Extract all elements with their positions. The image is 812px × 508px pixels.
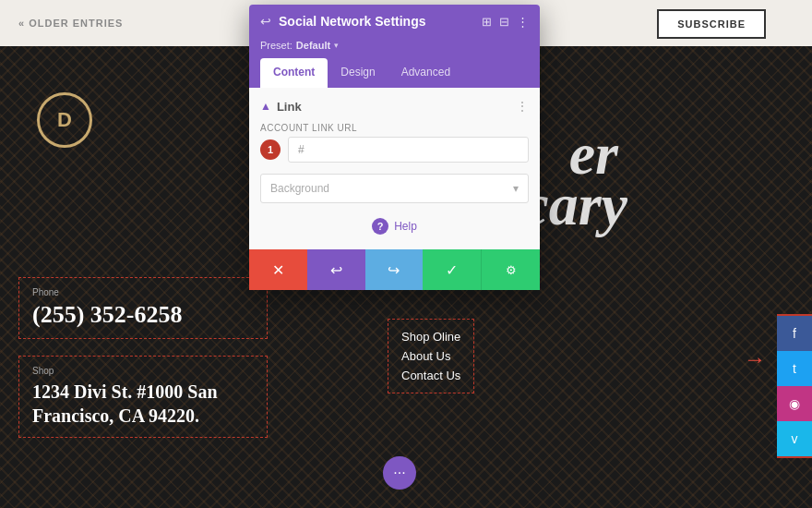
shop-address: 1234 Divi St. #1000 San Francisco, CA 94… bbox=[32, 380, 254, 428]
back-icon[interactable]: ↩ bbox=[260, 14, 271, 29]
divi-logo: D bbox=[37, 92, 92, 148]
link-section-header: ▲ Link ⋮ bbox=[260, 99, 529, 114]
facebook-icon[interactable]: f bbox=[777, 316, 812, 351]
tab-advanced[interactable]: Advanced bbox=[388, 58, 463, 88]
cancel-button[interactable]: ✕ bbox=[249, 249, 307, 290]
social-network-settings-modal: ↩ Social Network Settings ⊞ ⊟ ⋮ Preset: … bbox=[249, 5, 540, 290]
preset-chevron-icon[interactable]: ▾ bbox=[334, 41, 339, 50]
background-dropdown[interactable]: Background ▾ bbox=[260, 174, 529, 203]
menu-link-about[interactable]: About Us bbox=[401, 346, 460, 366]
more-icon[interactable]: ⋮ bbox=[517, 15, 529, 29]
shop-label: Shop bbox=[32, 366, 254, 376]
section-more-icon[interactable]: ⋮ bbox=[516, 99, 529, 114]
subscribe-button[interactable]: SUBSCRIBE bbox=[657, 9, 766, 39]
twitter-icon[interactable]: t bbox=[777, 351, 812, 386]
section-header-left: ▲ Link bbox=[260, 100, 302, 114]
field-number-badge: 1 bbox=[260, 139, 281, 160]
account-link-field: Account Link URL 1 bbox=[260, 123, 529, 163]
modal-header-left: ↩ Social Network Settings bbox=[260, 14, 425, 29]
background-dropdown-label: Background bbox=[270, 182, 329, 195]
preset-label: Preset: bbox=[260, 40, 293, 51]
older-entries-link[interactable]: OLDER ENTRIES bbox=[18, 18, 123, 29]
field-label: Account Link URL bbox=[260, 123, 529, 133]
phone-box: Phone (255) 352-6258 bbox=[18, 277, 268, 339]
preset-row: Preset: Default ▾ bbox=[249, 38, 540, 58]
menu-link-shop[interactable]: Shop Oline bbox=[401, 327, 460, 346]
section-title: Link bbox=[277, 100, 302, 114]
phone-number: (255) 352-6258 bbox=[32, 301, 254, 329]
help-row: ? Help bbox=[260, 218, 529, 235]
action-bar: ✕ ↩ ↪ ✓ ⚙ bbox=[249, 249, 540, 290]
help-icon: ? bbox=[372, 218, 388, 235]
shop-box: Shop 1234 Divi St. #1000 San Francisco, … bbox=[18, 356, 268, 438]
columns-icon[interactable]: ⊟ bbox=[499, 15, 509, 29]
preset-value[interactable]: Default bbox=[296, 40, 330, 51]
background-dropdown-chevron-icon: ▾ bbox=[513, 182, 519, 195]
menu-links: Shop Oline About Us Contact Us bbox=[388, 319, 474, 393]
social-icons-bar: f t ◉ v bbox=[777, 314, 812, 458]
vimeo-icon[interactable]: v bbox=[777, 421, 812, 456]
more-options-button[interactable]: ··· bbox=[383, 456, 416, 490]
modal-title: Social Network Settings bbox=[279, 14, 425, 29]
help-text[interactable]: Help bbox=[394, 220, 417, 233]
tab-design[interactable]: Design bbox=[328, 58, 388, 88]
instagram-icon[interactable]: ◉ bbox=[777, 386, 812, 421]
tab-row: Content Design Advanced bbox=[249, 58, 540, 88]
phone-label: Phone bbox=[32, 287, 254, 297]
settings-button[interactable]: ⚙ bbox=[481, 249, 540, 290]
right-arrow-icon: → bbox=[744, 346, 766, 372]
save-button[interactable]: ✓ bbox=[423, 249, 481, 290]
tab-content[interactable]: Content bbox=[260, 58, 328, 88]
expand-icon[interactable]: ⊞ bbox=[482, 15, 492, 29]
section-chevron-icon[interactable]: ▲ bbox=[260, 100, 271, 113]
undo-button[interactable]: ↩ bbox=[307, 249, 365, 290]
account-link-input[interactable] bbox=[288, 137, 529, 163]
redo-button[interactable]: ↪ bbox=[365, 249, 424, 290]
menu-link-contact[interactable]: Contact Us bbox=[401, 366, 460, 385]
field-row: 1 bbox=[260, 137, 529, 163]
modal-header-right: ⊞ ⊟ ⋮ bbox=[482, 15, 529, 29]
modal-header: ↩ Social Network Settings ⊞ ⊟ ⋮ bbox=[249, 5, 540, 38]
modal-body: ▲ Link ⋮ Account Link URL 1 Background ▾… bbox=[249, 88, 540, 249]
